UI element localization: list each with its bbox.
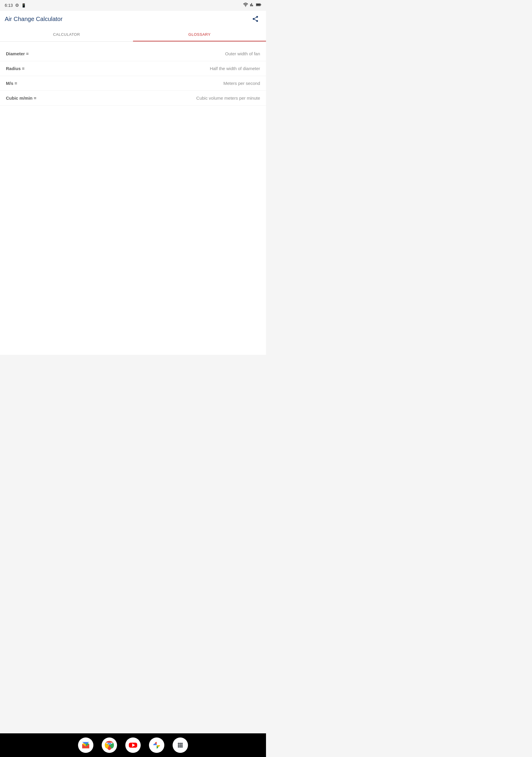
glossary-definition-radius: Half the width of diameter	[210, 66, 260, 71]
svg-point-0	[245, 6, 246, 7]
status-left: 6:13 ⚙ 📱	[5, 3, 26, 8]
svg-rect-2	[260, 4, 261, 5]
glossary-term-cubic: Cubic m/min =	[6, 96, 36, 101]
share-icon	[252, 15, 259, 22]
glossary-term-ms: M/s =	[6, 81, 17, 86]
glossary-definition-cubic: Cubic volume meters per minute	[196, 96, 260, 101]
settings-icon: ⚙	[15, 3, 19, 8]
glossary-term-diameter: Diameter =	[6, 51, 29, 56]
app-title: Air Change Calculator	[5, 16, 63, 22]
tab-bar: CALCULATOR GLOSSARY	[0, 27, 266, 42]
wifi-icon	[243, 3, 248, 8]
svg-rect-3	[256, 4, 260, 6]
clock: 6:13	[5, 3, 13, 8]
glossary-item-radius: Radius = Half the width of diameter	[0, 61, 266, 76]
glossary-item-cubic: Cubic m/min = Cubic volume meters per mi…	[0, 91, 266, 106]
glossary-item-diameter: Diameter = Outer width of fan	[0, 46, 266, 61]
glossary-item-ms: M/s = Meters per second	[0, 76, 266, 91]
glossary-content: Diameter = Outer width of fan Radius = H…	[0, 42, 266, 355]
app-bar: Air Change Calculator	[0, 11, 266, 27]
status-bar: 6:13 ⚙ 📱	[0, 0, 266, 11]
battery-icon	[256, 3, 261, 8]
glossary-definition-ms: Meters per second	[223, 81, 260, 86]
sim-icon: 📱	[21, 3, 26, 8]
signal-icon	[250, 3, 254, 8]
tab-calculator[interactable]: CALCULATOR	[0, 27, 133, 42]
glossary-term-radius: Radius =	[6, 66, 24, 71]
status-right	[243, 3, 261, 8]
share-button[interactable]	[250, 13, 261, 25]
glossary-definition-diameter: Outer width of fan	[225, 51, 260, 56]
tab-glossary[interactable]: GLOSSARY	[133, 27, 266, 42]
